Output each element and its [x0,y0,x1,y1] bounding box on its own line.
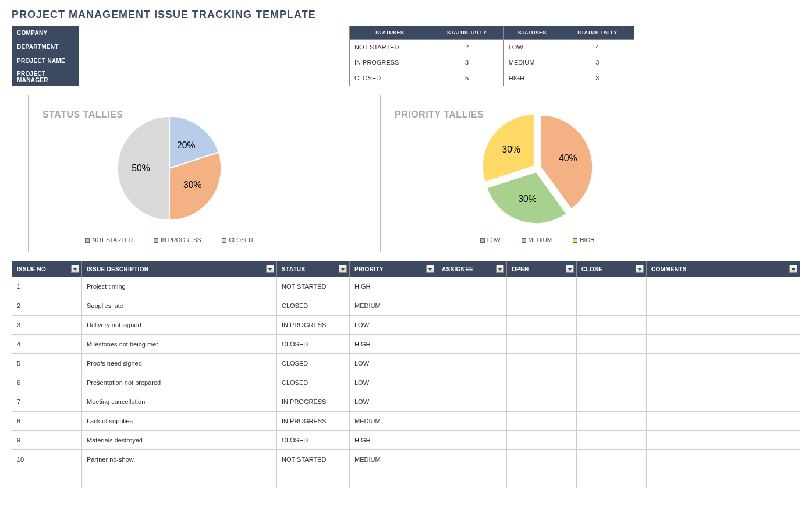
table-cell[interactable]: LOW [350,316,437,335]
table-cell[interactable] [577,392,647,412]
table-cell[interactable] [647,450,800,469]
table-cell[interactable]: Partner no-show [82,450,277,469]
filter-icon[interactable] [339,265,347,273]
filter-icon[interactable] [566,265,574,273]
table-cell[interactable] [277,469,350,488]
table-cell[interactable] [507,431,577,450]
table-cell[interactable]: HIGH [350,277,437,296]
table-cell[interactable] [647,431,800,450]
meta-value[interactable] [79,68,279,86]
table-cell[interactable]: Lack of supplies [82,412,277,431]
table-cell[interactable]: 3 [12,316,82,335]
table-cell[interactable]: Delivery not signed [82,316,277,335]
table-cell[interactable]: Proofs need signed [82,354,277,373]
table-cell[interactable]: MEDIUM [350,450,437,469]
filter-icon[interactable] [71,265,79,273]
table-cell[interactable]: 4 [12,335,82,354]
table-cell[interactable] [507,469,577,488]
table-cell[interactable] [437,296,507,316]
table-cell[interactable] [12,469,82,488]
table-cell[interactable] [647,335,800,354]
table-cell[interactable] [437,354,507,373]
table-cell[interactable] [507,412,577,431]
table-cell[interactable] [437,431,507,450]
table-cell[interactable] [647,296,800,316]
meta-value[interactable] [79,40,279,54]
table-cell[interactable]: Supplies late [82,296,277,316]
meta-value[interactable] [79,26,279,40]
table-cell[interactable] [437,392,507,412]
filter-icon[interactable] [426,265,434,273]
table-cell[interactable] [437,373,507,392]
table-cell[interactable] [507,373,577,392]
table-cell[interactable]: 5 [12,354,82,373]
table-cell[interactable] [647,412,800,431]
table-cell[interactable] [647,469,800,488]
table-cell[interactable]: CLOSED [277,373,350,392]
table-cell[interactable]: Project timing [82,277,277,296]
table-cell[interactable] [437,335,507,354]
filter-icon[interactable] [496,265,504,273]
table-cell[interactable] [437,316,507,335]
table-cell[interactable]: Materials destroyed [82,431,277,450]
meta-value[interactable] [79,54,279,68]
table-cell[interactable] [647,354,800,373]
table-cell[interactable] [577,277,647,296]
table-cell[interactable] [577,354,647,373]
table-cell[interactable]: 9 [12,431,82,450]
filter-icon[interactable] [789,265,797,273]
table-cell[interactable] [647,316,800,335]
table-cell[interactable]: NOT STARTED [277,450,350,469]
table-cell[interactable] [577,431,647,450]
table-cell[interactable] [507,392,577,412]
table-cell[interactable]: 6 [12,373,82,392]
table-cell[interactable] [507,335,577,354]
table-cell[interactable]: 7 [12,392,82,412]
table-cell[interactable]: IN PROGRESS [277,392,350,412]
table-cell[interactable]: IN PROGRESS [277,316,350,335]
table-cell[interactable]: NOT STARTED [277,277,350,296]
table-cell[interactable]: Meeting cancellation [82,392,277,412]
table-cell[interactable]: MEDIUM [350,412,437,431]
table-cell[interactable]: IN PROGRESS [277,412,350,431]
table-cell[interactable]: LOW [350,392,437,412]
table-cell[interactable]: LOW [350,373,437,392]
table-cell[interactable]: CLOSED [277,354,350,373]
table-cell[interactable]: 10 [12,450,82,469]
table-cell[interactable] [577,373,647,392]
table-cell[interactable] [577,296,647,316]
table-cell[interactable]: CLOSED [277,296,350,316]
table-cell[interactable] [507,277,577,296]
table-cell[interactable]: CLOSED [277,335,350,354]
table-cell[interactable] [437,277,507,296]
table-cell[interactable] [577,450,647,469]
table-cell[interactable] [437,450,507,469]
table-cell[interactable] [82,469,277,488]
table-cell[interactable]: 2 [12,296,82,316]
table-cell[interactable] [437,412,507,431]
table-cell[interactable]: HIGH [350,335,437,354]
table-cell[interactable] [577,469,647,488]
table-cell[interactable] [647,277,800,296]
table-cell[interactable] [507,316,577,335]
table-cell[interactable]: CLOSED [277,431,350,450]
table-cell[interactable] [507,450,577,469]
table-cell[interactable] [507,296,577,316]
table-cell[interactable] [577,335,647,354]
table-cell[interactable]: MEDIUM [350,296,437,316]
table-cell[interactable]: Milestones not being met [82,335,277,354]
table-cell[interactable]: HIGH [350,431,437,450]
table-cell[interactable] [577,412,647,431]
table-cell[interactable] [647,373,800,392]
filter-icon[interactable] [636,265,644,273]
table-cell[interactable] [437,469,507,488]
table-cell[interactable] [507,354,577,373]
table-cell[interactable]: LOW [350,354,437,373]
filter-icon[interactable] [266,265,274,273]
table-cell[interactable] [647,392,800,412]
table-cell[interactable] [350,469,437,488]
table-cell[interactable]: 8 [12,412,82,431]
table-cell[interactable]: 1 [12,277,82,296]
table-cell[interactable]: Presentation not prepared [82,373,277,392]
table-cell[interactable] [577,316,647,335]
